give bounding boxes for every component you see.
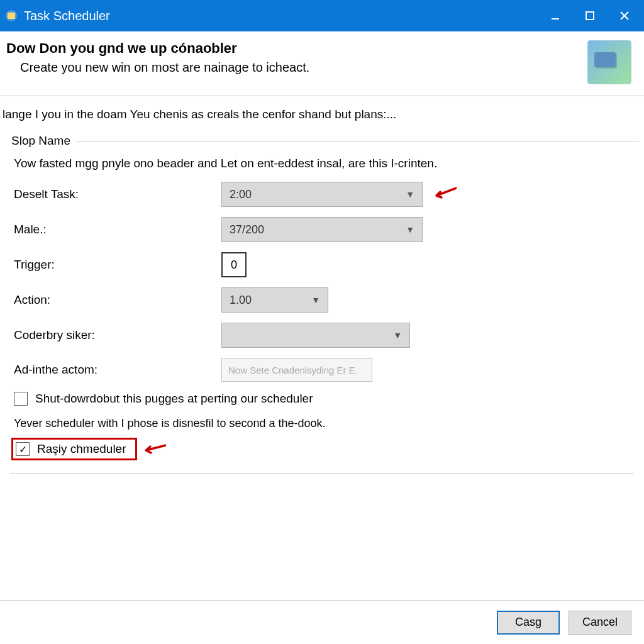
shutdown-checkbox-label: Shut-dowrdobut this pugges at perting ou… [35, 392, 313, 406]
titlebar: Task Scheduler [0, 0, 644, 31]
group-description: Yow fasted mgg pnyle ono beader and Let … [5, 157, 639, 182]
deselt-task-value: 2:00 [230, 188, 252, 201]
rasy-checkbox-label: Raşiy chmeduler [37, 442, 126, 456]
wizard-body: lange I you in the doam Yeu chenis as cr… [0, 96, 644, 474]
male-label: Male.: [14, 223, 221, 236]
svg-rect-1 [8, 13, 15, 19]
svg-rect-2 [552, 18, 559, 19]
annotation-arrow-2 [142, 443, 166, 455]
group-divider [75, 141, 639, 142]
maximize-button[interactable] [572, 0, 607, 31]
coderbry-select[interactable]: ▼ [221, 323, 410, 348]
app-icon [5, 9, 18, 22]
chevron-down-icon: ▼ [406, 225, 414, 235]
coderbry-label: Coderbry siker: [14, 328, 221, 342]
trigger-input[interactable]: 0 [221, 252, 247, 277]
action-value: 1.00 [230, 294, 252, 307]
rasy-checkbox[interactable] [16, 442, 30, 456]
close-button[interactable] [607, 0, 641, 31]
page-title: Dow Don you gnd we up cónaobler [6, 40, 587, 57]
chevron-down-icon: ▼ [311, 295, 320, 305]
group-legend: Slop Name [5, 134, 75, 148]
male-value: 37/200 [230, 223, 264, 236]
shutdown-checkbox[interactable] [14, 392, 28, 406]
adin-label: Ad-inthe actom: [14, 363, 221, 377]
ok-button[interactable]: Casg [497, 611, 560, 635]
intro-text: lange I you in the doam Yeu chenis as cr… [0, 108, 644, 134]
wizard-icon [587, 40, 631, 84]
highlight-annotation: Raşiy chmeduler [11, 438, 137, 460]
adin-readonly-field: Now Sete Cnadenlsyding Er E. [221, 358, 372, 382]
action-label: Action: [14, 293, 221, 307]
annotation-arrow-1 [433, 187, 457, 199]
svg-rect-3 [586, 12, 594, 19]
male-select[interactable]: 37/200 ▼ [221, 217, 423, 242]
deselt-task-select[interactable]: 2:00 ▼ [221, 182, 423, 207]
wizard-header: Dow Don you gnd we up cónaobler Create y… [0, 31, 644, 96]
action-select[interactable]: 1.00 ▼ [221, 287, 328, 313]
scheduler-note: Yever scheduler with I phose is disnesfi… [5, 414, 639, 438]
deselt-task-label: Deselt Task: [14, 187, 221, 201]
minimize-button[interactable] [538, 0, 572, 31]
page-subtitle: Create you new win on most are nainage t… [6, 60, 587, 75]
settings-group: Slop Name Yow fasted mgg pnyle ono beade… [5, 134, 639, 474]
chevron-down-icon: ▼ [406, 189, 414, 199]
chevron-down-icon: ▼ [393, 330, 402, 340]
trigger-label: Trigger: [14, 258, 221, 272]
button-bar: Casg Cancel [0, 600, 644, 644]
cancel-button[interactable]: Cancel [569, 611, 631, 635]
window-title: Task Scheduler [24, 9, 538, 23]
group-bottom-divider [10, 473, 634, 474]
